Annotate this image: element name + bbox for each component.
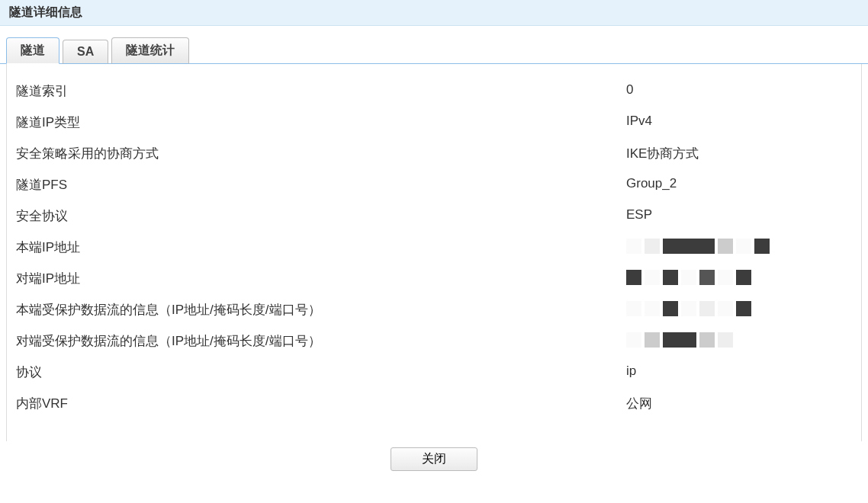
tab-label: 隧道统计	[126, 43, 175, 59]
field-value: IKE协商方式	[626, 145, 852, 162]
dialog-header: 隧道详细信息	[0, 0, 868, 26]
tab-label: 隧道	[21, 43, 45, 59]
field-value: 公网	[626, 395, 852, 412]
field-value: 0	[626, 82, 852, 100]
row-negotiation-mode: 安全策略采用的协商方式 IKE协商方式	[16, 145, 852, 162]
field-label: 对端受保护数据流的信息（IP地址/掩码长度/端口号）	[16, 332, 626, 350]
field-label: 隧道索引	[16, 82, 626, 100]
row-tunnel-index: 隧道索引 0	[16, 82, 852, 100]
field-label: 本端受保护数据流的信息（IP地址/掩码长度/端口号）	[16, 301, 626, 319]
close-button-label: 关闭	[422, 452, 446, 465]
row-tunnel-pfs: 隧道PFS Group_2	[16, 176, 852, 194]
row-peer-protected-flow: 对端受保护数据流的信息（IP地址/掩码长度/端口号）	[16, 332, 852, 350]
field-value: Group_2	[626, 176, 852, 194]
row-security-protocol: 安全协议 ESP	[16, 207, 852, 225]
row-tunnel-ip-type: 隧道IP类型 IPv4	[16, 114, 852, 131]
field-label: 隧道PFS	[16, 176, 626, 194]
tab-tunnel[interactable]: 隧道	[6, 37, 59, 64]
tab-label: SA	[77, 45, 94, 59]
field-label: 隧道IP类型	[16, 114, 626, 131]
field-label: 安全协议	[16, 207, 626, 225]
close-button[interactable]: 关闭	[391, 447, 477, 471]
tabs-row: 隧道 SA 隧道统计	[0, 26, 868, 64]
field-label: 本端IP地址	[16, 239, 626, 256]
field-value-masked	[626, 270, 852, 287]
tab-tunnel-stats[interactable]: 隧道统计	[111, 37, 189, 64]
field-label: 内部VRF	[16, 395, 626, 412]
row-local-protected-flow: 本端受保护数据流的信息（IP地址/掩码长度/端口号）	[16, 301, 852, 319]
row-peer-ip: 对端IP地址	[16, 270, 852, 287]
field-value-masked	[626, 301, 852, 319]
field-value: ip	[626, 364, 852, 381]
field-label: 对端IP地址	[16, 270, 626, 287]
tab-content: 隧道索引 0 隧道IP类型 IPv4 安全策略采用的协商方式 IKE协商方式 隧…	[6, 64, 862, 441]
row-local-ip: 本端IP地址	[16, 239, 852, 256]
field-value: ESP	[626, 207, 852, 225]
field-value-masked	[626, 239, 852, 256]
field-value-masked	[626, 332, 852, 350]
field-value: IPv4	[626, 114, 852, 131]
field-label: 安全策略采用的协商方式	[16, 145, 626, 162]
dialog-footer: 关闭	[0, 441, 868, 471]
row-protocol: 协议 ip	[16, 364, 852, 381]
row-inner-vrf: 内部VRF 公网	[16, 395, 852, 412]
dialog-title: 隧道详细信息	[9, 5, 82, 18]
field-label: 协议	[16, 364, 626, 381]
tab-sa[interactable]: SA	[63, 40, 108, 64]
